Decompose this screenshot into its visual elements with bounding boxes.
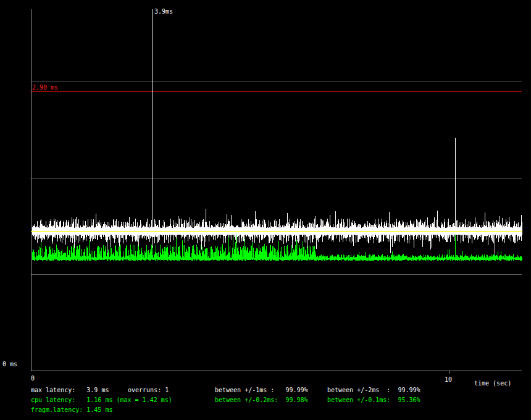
x-tick-0-label: 0 <box>31 375 35 382</box>
stat-fragm-latency: fragm.latency: 1.45 ms <box>31 406 112 414</box>
gridlines <box>31 82 522 275</box>
x-tick-10-label: 10 <box>445 376 452 384</box>
threshold-label: 2.90 ms <box>32 84 58 91</box>
stat-between-0-1ms: between +/-0.1ms: 95.36% <box>327 397 420 404</box>
spike-peak-label: 3.9ms <box>154 8 173 15</box>
stat-overruns: overruns: 1 <box>128 387 169 394</box>
latency-plot <box>0 0 531 420</box>
x-axis-label: time (sec) <box>474 380 511 387</box>
stat-cpu-latency: cpu latency: 1.16 ms (max = 1.42 ms) <box>31 397 172 404</box>
audio-latency-trace <box>32 9 522 254</box>
stat-max-latency: max latency: 3.9 ms <box>31 387 109 394</box>
y-zero-label: 0 ms <box>2 361 17 368</box>
stat-between-1ms: between +/-1ms : 99.99% <box>215 387 308 394</box>
stat-between-2ms: between +/-2ms : 99.99% <box>327 387 420 394</box>
latency-test-window: 3.9ms 2.90 ms 0 ms 0 10 time (sec) max l… <box>0 0 531 420</box>
stat-between-0-2ms: between +/-0.2ms: 99.98% <box>215 397 308 404</box>
